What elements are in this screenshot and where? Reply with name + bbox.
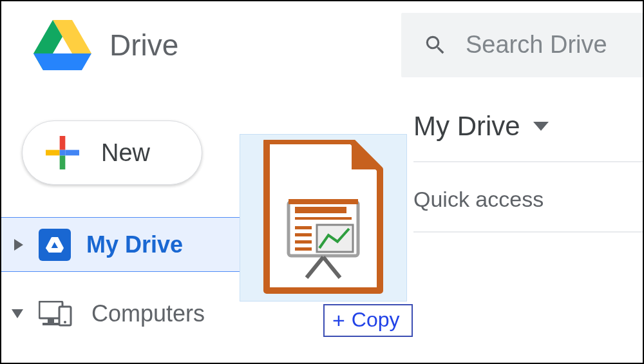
svg-rect-12 bbox=[48, 318, 54, 323]
new-button[interactable]: New bbox=[22, 120, 202, 185]
quick-access-label: Quick access bbox=[413, 187, 544, 211]
svg-marker-2 bbox=[33, 53, 91, 70]
devices-icon bbox=[39, 301, 72, 327]
breadcrumb-label: My Drive bbox=[413, 111, 520, 142]
search-input[interactable]: Search Drive bbox=[401, 13, 643, 77]
svg-rect-18 bbox=[295, 217, 352, 220]
drop-action-label: Copy bbox=[352, 308, 400, 332]
svg-rect-26 bbox=[289, 199, 358, 204]
product-name: Drive bbox=[109, 28, 178, 62]
sidebar-item-label: Computers bbox=[91, 300, 205, 327]
svg-rect-5 bbox=[46, 150, 60, 156]
svg-rect-6 bbox=[65, 150, 79, 156]
plus-icon bbox=[46, 136, 79, 169]
drag-ghost-file[interactable] bbox=[240, 134, 407, 302]
header: Drive Search Drive bbox=[1, 1, 643, 88]
svg-rect-22 bbox=[295, 247, 312, 251]
search-icon bbox=[423, 33, 448, 57]
drive-logo-icon bbox=[33, 20, 91, 70]
expand-icon[interactable] bbox=[12, 309, 23, 318]
quick-access-section: Quick access bbox=[413, 162, 643, 233]
svg-rect-7 bbox=[60, 150, 66, 156]
search-placeholder: Search Drive bbox=[466, 31, 607, 59]
drive-disk-icon bbox=[39, 229, 71, 261]
svg-rect-13 bbox=[43, 323, 59, 325]
expand-icon[interactable] bbox=[14, 239, 23, 251]
breadcrumb[interactable]: My Drive bbox=[413, 111, 643, 162]
svg-rect-3 bbox=[60, 136, 66, 150]
svg-rect-4 bbox=[60, 155, 66, 169]
svg-rect-19 bbox=[295, 226, 312, 229]
sidebar-item-label: My Drive bbox=[86, 231, 183, 258]
main: My Drive Quick access bbox=[413, 111, 643, 233]
presentation-file-icon bbox=[261, 140, 385, 296]
svg-point-15 bbox=[64, 321, 66, 323]
product-logo-wrap[interactable]: Drive bbox=[33, 20, 178, 70]
svg-rect-17 bbox=[295, 207, 346, 213]
chevron-down-icon bbox=[533, 122, 549, 131]
plus-icon: + bbox=[332, 309, 345, 331]
svg-marker-10 bbox=[46, 248, 64, 253]
svg-rect-21 bbox=[295, 240, 312, 244]
svg-rect-20 bbox=[295, 233, 312, 236]
new-button-label: New bbox=[101, 139, 150, 167]
drop-action-badge: + Copy bbox=[323, 304, 413, 337]
